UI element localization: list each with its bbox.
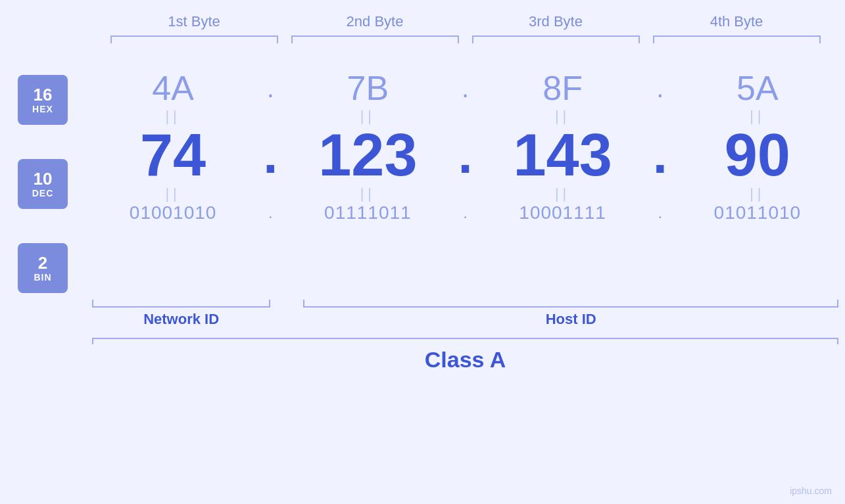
bottom-bracket-row: [92, 293, 838, 308]
hex-val-3: 8F: [543, 59, 583, 110]
network-id-bracket: [92, 293, 270, 308]
dot-dec-2: .: [449, 125, 482, 185]
dec-val-4: 90: [725, 116, 790, 195]
dec-val-2: 123: [318, 116, 417, 195]
byte1-header: 1st Byte: [104, 13, 285, 35]
byte2-header: 2nd Byte: [285, 13, 466, 35]
byte3-header: 3rd Byte: [466, 13, 646, 35]
main-container: 1st Byte 2nd Byte 3rd Byte 4th Byte 16 H…: [0, 0, 845, 504]
hex-row: 4A . 7B . 8F . 5A: [85, 68, 845, 108]
dec-val-1: 74: [140, 116, 206, 195]
bin-val-3: 10001111: [519, 196, 606, 233]
dot-hex-1: .: [254, 74, 287, 103]
dot-bin-2: .: [449, 204, 482, 222]
bin-byte4: 01011010: [677, 202, 838, 223]
dec-badge: 10 DEC: [18, 159, 68, 209]
dec-num: 10: [34, 170, 53, 189]
hex-name: HEX: [32, 104, 53, 114]
dec-name: DEC: [32, 188, 54, 198]
bracket-byte3: [472, 35, 640, 49]
hex-val-1: 4A: [152, 59, 194, 110]
bin-val-4: 01011010: [714, 196, 802, 233]
hex-num: 16: [34, 85, 53, 104]
dot-hex-2: .: [449, 74, 482, 103]
dec-byte3: 143: [482, 126, 644, 185]
hex-badge: 16 HEX: [18, 75, 68, 125]
class-a-label: Class A: [85, 347, 845, 373]
host-id-label: Host ID: [303, 311, 838, 328]
host-id-bracket: [303, 293, 838, 308]
bin-name: BIN: [34, 272, 51, 283]
hex-byte3: 8F: [482, 68, 644, 108]
byte-headers: 1st Byte 2nd Byte 3rd Byte 4th Byte: [104, 13, 827, 35]
bin-val-1: 01001010: [130, 196, 217, 233]
bottom-id-section: Network ID Host ID Class A: [0, 293, 845, 373]
hex-val-2: 7B: [347, 59, 389, 110]
dec-byte4: 90: [677, 126, 838, 185]
bin-byte1: 01001010: [92, 202, 254, 223]
dot-dec-3: .: [644, 125, 677, 185]
dec-row: 74 . 123 . 143 . 90: [85, 125, 845, 185]
bracket-byte4: [653, 35, 821, 49]
bin-byte2: 01111011: [287, 202, 448, 223]
dec-byte2: 123: [287, 126, 448, 185]
top-brackets: [104, 35, 827, 49]
dot-dec-1: .: [254, 125, 287, 185]
values-area: 4A . 7B . 8F . 5A: [85, 68, 845, 223]
bin-val-2: 01111011: [324, 196, 412, 233]
dec-byte1: 74: [92, 126, 254, 185]
bin-badge: 2 BIN: [18, 243, 68, 293]
bracket-byte2: [291, 35, 459, 49]
bin-row: 01001010 . 01111011 . 10001111 .: [85, 202, 845, 223]
bin-num: 2: [38, 254, 47, 273]
bracket-byte1: [110, 35, 278, 49]
base-labels: 16 HEX 10 DEC 2 BIN: [0, 68, 85, 293]
hex-byte1: 4A: [92, 68, 254, 108]
hex-byte4: 5A: [677, 68, 838, 108]
watermark: ipshu.com: [790, 486, 832, 496]
bin-byte3: 10001111: [482, 202, 644, 223]
network-host-gap: [270, 293, 303, 308]
dot-hex-3: .: [644, 74, 677, 103]
byte4-header: 4th Byte: [646, 13, 827, 35]
network-id-label: Network ID: [92, 311, 270, 328]
dot-bin-1: .: [254, 204, 287, 222]
label-gap: [270, 311, 303, 328]
hex-byte2: 7B: [287, 68, 448, 108]
dec-val-3: 143: [514, 116, 612, 195]
dot-bin-3: .: [644, 204, 677, 222]
class-a-bracket: [92, 338, 838, 339]
hex-val-4: 5A: [736, 59, 779, 110]
id-labels-row: Network ID Host ID: [92, 311, 838, 328]
